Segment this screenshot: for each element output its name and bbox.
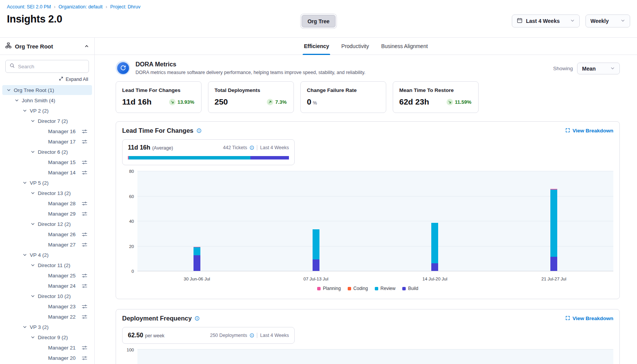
tree-item[interactable]: Director 11 (2) [2, 260, 92, 270]
chevron-down-icon[interactable] [22, 180, 27, 185]
granularity-select[interactable]: Weekly [585, 14, 630, 27]
stacked-bar [194, 247, 200, 271]
tree-item[interactable]: Manager 15 [2, 157, 92, 167]
legend-label: Coding [353, 286, 368, 291]
tree-item-label: Manager 21 [48, 345, 76, 351]
filter-sliders-icon[interactable] [82, 232, 87, 237]
tree-item[interactable]: Manager 25 [2, 271, 92, 280]
breadcrumb-separator: › [106, 4, 107, 10]
tree-item[interactable]: Director 6 (2) [2, 147, 92, 157]
chevron-down-icon [610, 66, 615, 72]
date-range-label: Last 4 Weeks [260, 333, 289, 338]
chevron-down-icon[interactable] [22, 253, 27, 257]
filter-sliders-icon[interactable] [82, 201, 87, 206]
search-input[interactable] [18, 64, 85, 69]
deployment-summary-card: 62.50per week 250 Deployments Last 4 Wee… [122, 327, 295, 344]
filter-sliders-icon[interactable] [82, 314, 87, 320]
view-breakdown-link[interactable]: View Breakdown [565, 128, 613, 134]
tree-item[interactable]: VP 4 (2) [2, 250, 92, 260]
tree-item-label: Manager 14 [48, 170, 76, 176]
legend-item-coding[interactable]: Coding [348, 286, 368, 291]
tree-item[interactable]: VP 5 (2) [2, 178, 92, 188]
tree-item[interactable]: John Smith (4) [2, 95, 92, 105]
chevron-down-icon[interactable] [30, 191, 35, 195]
gridline [137, 196, 613, 196]
tree-item[interactable]: Director 7 (2) [2, 116, 92, 126]
view-breakdown-link[interactable]: View Breakdown [565, 316, 613, 322]
chevron-down-icon[interactable] [22, 325, 27, 329]
tree-item[interactable]: VP 2 (2) [2, 106, 92, 116]
filter-sliders-icon[interactable] [82, 355, 87, 361]
showing-select[interactable]: Mean [577, 63, 620, 74]
breadcrumb-link[interactable]: Project: Dhruv [110, 4, 140, 10]
legend-item-review[interactable]: Review [375, 286, 395, 291]
tab-business-alignment[interactable]: Business Alignment [380, 38, 429, 55]
x-axis-label: 21 Jul-27 Jul [542, 277, 566, 281]
filter-sliders-icon[interactable] [82, 211, 87, 217]
chevron-down-icon[interactable] [22, 108, 27, 113]
tree-item[interactable]: Manager 27 [2, 240, 92, 250]
info-icon[interactable] [250, 333, 254, 338]
breadcrumb-link[interactable]: Organization: default [58, 4, 102, 10]
tree-item[interactable]: Manager 21 [2, 343, 92, 353]
deployment-count: 250 Deployments [210, 333, 247, 338]
legend-item-planning[interactable]: Planning [317, 286, 341, 291]
chevron-down-icon[interactable] [30, 294, 35, 298]
tree-item[interactable]: Manager 29 [2, 209, 92, 219]
tree-item[interactable]: Manager 23 [2, 301, 92, 311]
gridline [137, 221, 613, 221]
filter-sliders-icon[interactable] [82, 139, 87, 145]
search-box [5, 60, 89, 73]
chevron-down-icon[interactable] [30, 119, 35, 123]
info-icon[interactable] [195, 316, 200, 321]
tab-productivity[interactable]: Productivity [340, 38, 370, 55]
metric-value: 250 [214, 97, 228, 106]
date-range-value: Last 4 Weeks [526, 18, 567, 24]
tree-item[interactable]: Director 9 (2) [2, 332, 92, 342]
tree-item[interactable]: Director 12 (2) [2, 219, 92, 229]
org-tree-button[interactable]: Org Tree [302, 15, 336, 27]
tree-item[interactable]: Manager 28 [2, 198, 92, 208]
lead-time-average: 11d 16h [128, 144, 150, 151]
tree-item[interactable]: Director 10 (2) [2, 291, 92, 301]
tree-item[interactable]: Manager 14 [2, 168, 92, 177]
filter-sliders-icon[interactable] [82, 159, 87, 165]
chevron-up-icon[interactable] [84, 44, 89, 48]
filter-sliders-icon[interactable] [82, 129, 87, 134]
expand-all-button[interactable]: Expand All [0, 74, 94, 84]
tab-efficiency[interactable]: Efficiency [303, 38, 330, 55]
tree-item[interactable]: Director 13 (2) [2, 188, 92, 198]
legend-item-build[interactable]: Build [402, 286, 418, 291]
chevron-down-icon[interactable] [30, 150, 35, 154]
date-range-select[interactable]: Last 4 Weeks [512, 14, 580, 27]
tree-item[interactable]: VP 3 (2) [2, 322, 92, 332]
chevron-down-icon[interactable] [6, 88, 11, 92]
filter-sliders-icon[interactable] [82, 273, 87, 279]
bar-segment-build [194, 255, 200, 271]
filter-sliders-icon[interactable] [82, 283, 87, 289]
tree-item[interactable]: Manager 22 [2, 312, 92, 322]
tree-item[interactable]: Manager 17 [2, 137, 92, 147]
chevron-down-icon[interactable] [30, 263, 35, 267]
x-axis-label: 30 Jun-06 Jul [184, 277, 210, 281]
expand-all-label: Expand All [66, 77, 88, 82]
info-icon[interactable] [250, 145, 254, 150]
tree-item[interactable]: Manager 26 [2, 229, 92, 239]
filter-sliders-icon[interactable] [82, 345, 87, 351]
chevron-down-icon[interactable] [30, 335, 35, 340]
tree-item[interactable]: Manager 24 [2, 281, 92, 291]
info-icon[interactable] [197, 128, 202, 133]
metric-value: 11d 16h [122, 97, 152, 106]
chevron-down-icon[interactable] [14, 98, 19, 103]
filter-sliders-icon[interactable] [82, 304, 87, 309]
filter-sliders-icon[interactable] [82, 242, 87, 248]
filter-sliders-icon[interactable] [82, 170, 87, 176]
tree-item[interactable]: Manager 16 [2, 126, 92, 136]
breadcrumb-link[interactable]: Account: SEI 2.0 PM [7, 4, 51, 10]
chevron-down-icon[interactable] [30, 222, 35, 226]
metric-value: 0% [307, 97, 317, 106]
tree-item[interactable]: Org Tree Root (1) [2, 85, 92, 95]
tree-item[interactable]: Manager 20 [2, 353, 92, 363]
tree-item-label: Manager 15 [48, 159, 76, 165]
legend-swatch [402, 287, 406, 290]
